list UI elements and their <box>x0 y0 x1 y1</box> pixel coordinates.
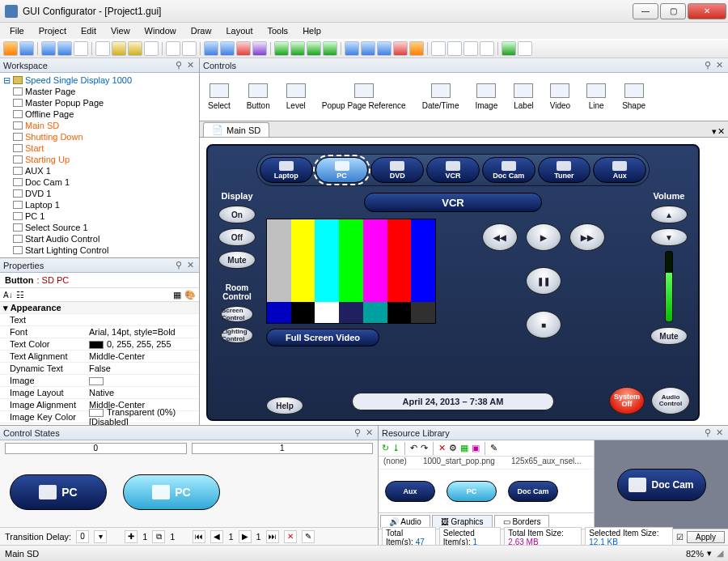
rename-state-icon[interactable]: ✎ <box>302 530 315 543</box>
source-laptop-button[interactable]: Laptop <box>260 157 313 183</box>
stop-button[interactable]: ■ <box>526 311 561 338</box>
nav-last-icon[interactable]: ⏭ <box>266 530 279 543</box>
control-video[interactable]: Video <box>550 83 570 110</box>
resource-item[interactable]: PC <box>447 481 497 502</box>
resource-tab-borders[interactable]: ▭ Borders <box>494 515 550 528</box>
state-preview-on[interactable]: PC <box>123 474 220 510</box>
toolbar-cut-icon[interactable] <box>95 41 110 56</box>
resource-item[interactable]: Aux <box>385 481 435 502</box>
source-aux-button[interactable]: Aux <box>593 157 646 183</box>
zoom-dropdown-icon[interactable]: ▾ <box>707 548 712 559</box>
apply-checkbox[interactable]: ☑ <box>676 533 684 542</box>
toolbar-align-right-icon[interactable] <box>307 41 321 56</box>
toolbar-align-top-icon[interactable] <box>323 41 337 56</box>
tab-dropdown-icon[interactable]: ▾ <box>712 126 717 137</box>
close-icon[interactable]: ✕ <box>713 60 725 70</box>
property-row[interactable]: FontArial, 14pt, style=Bold <box>0 326 199 338</box>
pin-icon[interactable]: ⚲ <box>702 60 713 70</box>
display-on-button[interactable]: On <box>218 206 256 223</box>
adjust-icon[interactable]: ⚙ <box>449 443 457 453</box>
toolbar-validate-icon[interactable] <box>502 41 516 56</box>
refresh-icon[interactable]: ↻ <box>382 443 389 453</box>
menu-view[interactable]: View <box>104 24 137 37</box>
play-button[interactable]: ▶ <box>526 223 561 251</box>
toolbar-paste-icon[interactable] <box>128 41 142 56</box>
pin-icon[interactable]: ⚲ <box>352 427 363 438</box>
toolbar-saveall-icon[interactable] <box>57 41 72 56</box>
tree-item[interactable]: Master Popup Page <box>3 97 196 108</box>
nav-first-icon[interactable]: ⏮ <box>193 530 205 543</box>
tree-item[interactable]: Laptop 1 <box>3 199 196 210</box>
property-row[interactable]: Image LayoutNative <box>0 387 199 399</box>
menu-layout[interactable]: Layout <box>219 24 259 37</box>
control-button[interactable]: Button <box>247 83 270 110</box>
state-preview-off[interactable]: PC <box>10 474 107 510</box>
pin-icon[interactable]: ⚲ <box>173 60 184 70</box>
close-icon[interactable]: ✕ <box>184 260 196 270</box>
property-row[interactable]: Text <box>0 314 199 326</box>
color-icon[interactable]: ▣ <box>472 443 480 453</box>
source-dvd-button[interactable]: DVD <box>370 157 424 183</box>
sort-az-icon[interactable]: A↓ <box>3 291 13 300</box>
palette-icon[interactable]: 🎨 <box>184 290 196 300</box>
tree-item[interactable]: Master Page <box>3 86 196 97</box>
tree-root[interactable]: ⊟ Speed Single Display 1000 <box>3 74 196 86</box>
property-row[interactable]: Text Color0, 255, 255, 255 <box>0 338 199 351</box>
menu-project[interactable]: Project <box>32 24 73 37</box>
lighting-control-button[interactable]: Lighting Control <box>221 327 253 343</box>
pin-icon[interactable]: ⚲ <box>702 427 713 438</box>
duplicate-state-icon[interactable]: ⧉ <box>152 530 165 543</box>
view-icon[interactable]: ▦ <box>460 443 468 453</box>
toolbar-send-back2-icon[interactable] <box>447 41 462 56</box>
control-shape[interactable]: Shape <box>622 83 645 110</box>
resize-grip-icon[interactable]: ◢ <box>717 548 723 559</box>
toolbar-send-back-icon[interactable] <box>431 41 446 56</box>
menu-help[interactable]: Help <box>296 24 328 37</box>
toolbar-zorder2-icon[interactable] <box>480 41 494 56</box>
control-line[interactable]: Line <box>586 83 606 110</box>
property-row[interactable]: Text AlignmentMiddle-Center <box>0 351 199 363</box>
toolbar-align-center-icon[interactable] <box>290 41 305 56</box>
tree-item[interactable]: Doc Cam 1 <box>3 176 196 188</box>
close-icon[interactable]: ✕ <box>184 60 196 70</box>
audio-control-button[interactable]: Audio Control <box>651 387 690 414</box>
designer-tab[interactable]: 📄 Main SD <box>203 122 269 137</box>
control-label[interactable]: Label <box>514 83 533 110</box>
source-doc-cam-button[interactable]: Doc Cam <box>482 157 535 183</box>
add-state-icon[interactable]: ✚ <box>125 530 138 543</box>
control-image[interactable]: Image <box>475 83 497 110</box>
tree-item[interactable]: Starting Up <box>3 154 196 165</box>
delete-resource-icon[interactable]: ✕ <box>438 443 446 453</box>
window-close-button[interactable]: ✕ <box>688 3 726 19</box>
toolbar-new-icon[interactable] <box>3 41 18 56</box>
tree-item[interactable]: Offline Page <box>3 108 196 120</box>
categorized-icon[interactable]: ☷ <box>16 290 24 300</box>
control-date-time[interactable]: Date/Time <box>422 83 459 110</box>
tree-item[interactable]: Select Source 1 <box>3 222 196 233</box>
state-tab-1[interactable]: 1 <box>192 443 374 454</box>
tree-item[interactable]: Main SD <box>3 120 196 131</box>
toolbar-sameheight-icon[interactable] <box>393 41 408 56</box>
toolbar-redo-icon[interactable] <box>182 41 197 56</box>
source-pc-button[interactable]: PC <box>315 157 369 183</box>
transition-delay-value[interactable]: 0 <box>76 530 89 543</box>
toolbar-distribute-h-icon[interactable] <box>345 41 359 56</box>
system-off-button[interactable]: System Off <box>609 387 645 414</box>
close-icon[interactable]: ✕ <box>363 427 375 438</box>
source-tuner-button[interactable]: Tuner <box>538 157 591 183</box>
control-select[interactable]: Select <box>208 83 231 110</box>
toolbar-open-icon[interactable] <box>19 41 34 56</box>
property-row[interactable]: ▾ Appearance <box>0 302 199 314</box>
resource-item[interactable]: Doc Cam <box>508 481 558 502</box>
toolbar-undo-icon[interactable] <box>166 41 180 56</box>
close-icon[interactable]: ✕ <box>717 126 725 137</box>
delete-state-icon[interactable]: ✕ <box>284 530 297 543</box>
rewind-button[interactable]: ◀◀ <box>482 223 518 251</box>
display-off-button[interactable]: Off <box>218 228 256 246</box>
control-level[interactable]: Level <box>286 83 306 110</box>
menu-file[interactable]: File <box>3 24 31 37</box>
workspace-tree[interactable]: ⊟ Speed Single Display 1000 Master Page … <box>0 73 199 257</box>
volume-down-button[interactable]: ▼ <box>650 228 688 246</box>
tree-item[interactable]: Start <box>3 142 196 154</box>
tree-item[interactable]: DVD 1 <box>3 188 196 199</box>
